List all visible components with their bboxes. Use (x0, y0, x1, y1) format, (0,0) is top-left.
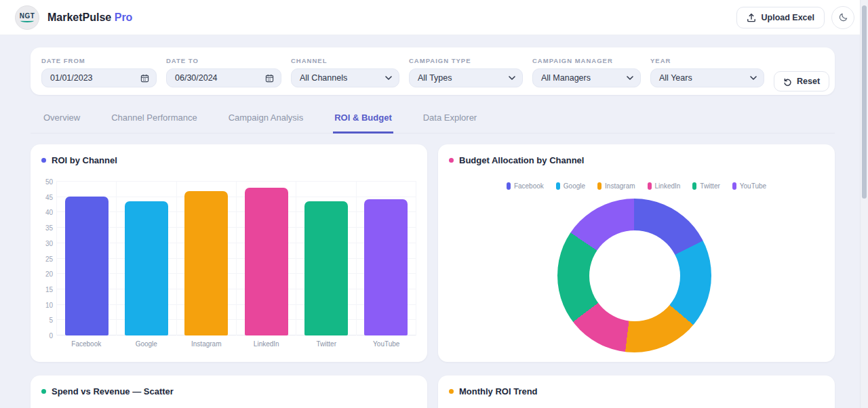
legend-item-twitter[interactable]: Twitter (692, 182, 719, 190)
bar-youtube[interactable] (364, 199, 408, 335)
scrollbar[interactable] (860, 0, 868, 408)
channel-value: All Channels (300, 73, 347, 83)
title-dot-icon (449, 158, 454, 163)
card-title-row: Spend vs Revenue — Scatter (41, 386, 416, 396)
bar-column (357, 182, 416, 335)
date-to-value: 06/30/2024 (175, 73, 218, 83)
y-tick-label: 45 (45, 193, 53, 201)
date-to-label: Date To (166, 57, 281, 64)
upload-excel-label: Upload Excel (762, 13, 815, 22)
campaign-manager-label: Campaign Manager (532, 57, 641, 64)
channel-label: Channel (291, 57, 399, 64)
filter-year: Year All Years (650, 57, 764, 87)
campaign-type-label: Campaign Type (409, 57, 523, 64)
bar-column (177, 182, 237, 335)
reset-filters-button[interactable]: Reset (774, 71, 829, 91)
bar-y-axis: 05101520253035404550 (31, 182, 53, 335)
y-tick-label: 10 (45, 301, 53, 308)
tab-overview[interactable]: Overview (42, 108, 81, 134)
legend-item-youtube[interactable]: YouTube (732, 182, 766, 190)
bar-column (117, 182, 176, 335)
tab-channel-performance[interactable]: Channel Performance (110, 108, 198, 134)
y-tick-label: 40 (45, 209, 53, 216)
channel-select[interactable]: All Channels (291, 68, 399, 87)
x-tick-label: LinkedIn (237, 340, 297, 348)
tab-bar: Overview Channel Performance Campaign An… (31, 108, 835, 134)
chevron-down-icon (627, 76, 633, 80)
year-value: All Years (659, 73, 692, 83)
campaign-type-value: All Types (418, 73, 452, 83)
legend-item-linkedin[interactable]: LinkedIn (648, 182, 681, 190)
year-label: Year (650, 57, 764, 64)
date-to-input[interactable]: 06/30/2024 (166, 68, 281, 87)
y-tick-label: 20 (45, 270, 53, 278)
reset-label: Reset (797, 77, 820, 86)
campaign-manager-value: All Managers (541, 73, 591, 83)
calendar-icon (265, 74, 274, 83)
tab-campaign-analysis[interactable]: Campaign Analysis (227, 108, 305, 134)
y-tick-label: 30 (45, 239, 53, 247)
legend-label: Twitter (700, 182, 719, 190)
chevron-down-icon (750, 76, 757, 80)
dark-mode-toggle[interactable] (831, 6, 854, 29)
year-select[interactable]: All Years (650, 68, 764, 87)
x-tick-label: Instagram (176, 340, 237, 348)
campaign-manager-select[interactable]: All Managers (532, 68, 641, 87)
spend-vs-revenue-card: Spend vs Revenue — Scatter (31, 375, 427, 408)
campaign-type-select[interactable]: All Types (409, 68, 523, 87)
filter-campaign-type: Campaign Type All Types (409, 57, 523, 87)
bottom-row: Spend vs Revenue — Scatter Monthly ROI T… (31, 375, 835, 408)
legend-label: Facebook (514, 182, 544, 190)
card-title-row: Budget Allocation by Channel (449, 155, 824, 165)
scrollbar-thumb[interactable] (862, 5, 867, 199)
bar-instagram[interactable] (184, 191, 228, 335)
bar-linkedin[interactable] (245, 188, 288, 335)
moon-icon (838, 12, 848, 22)
upload-excel-button[interactable]: Upload Excel (736, 7, 825, 28)
bar-twitter[interactable] (304, 201, 348, 335)
legend-marker-icon (556, 182, 560, 190)
date-from-input[interactable]: 01/01/2023 (41, 68, 157, 87)
y-tick-label: 50 (45, 178, 53, 186)
filter-date-to: Date To 06/30/2024 (166, 57, 281, 87)
bar-series (56, 182, 416, 335)
bar-facebook[interactable] (65, 197, 108, 335)
calendar-icon (140, 74, 149, 83)
reset-icon (783, 77, 792, 86)
filter-bar: Date From 01/01/2023 Date To 06/30/2024 (31, 47, 835, 95)
y-tick-label: 15 (45, 285, 53, 293)
title-dot-icon (41, 158, 46, 163)
legend-marker-icon (648, 182, 652, 190)
legend-label: Instagram (605, 182, 635, 190)
legend-item-instagram[interactable]: Instagram (597, 182, 635, 190)
budget-allocation-card: Budget Allocation by Channel FacebookGoo… (438, 144, 835, 362)
charts-row: ROI by Channel 05101520253035404550 Face… (31, 144, 835, 362)
bar-google[interactable] (125, 201, 168, 335)
chevron-down-icon (509, 76, 515, 80)
title-dot-icon (449, 389, 454, 394)
x-tick-label: Facebook (56, 340, 117, 348)
date-from-value: 01/01/2023 (50, 73, 93, 83)
app-title-accent: Pro (115, 12, 133, 23)
title-dot-icon (41, 389, 46, 394)
legend-item-google[interactable]: Google (556, 182, 585, 190)
app-header: NGT MarketPulse Pro Upload Excel (0, 0, 868, 35)
x-tick-label: Twitter (296, 340, 357, 348)
card-title-row: ROI by Channel (41, 155, 416, 165)
bar-plot (56, 182, 416, 335)
company-logo: NGT (15, 5, 39, 30)
upload-icon (747, 13, 756, 22)
legend-marker-icon (597, 182, 601, 190)
tab-data-explorer[interactable]: Data Explorer (422, 108, 478, 134)
tab-roi-budget[interactable]: ROI & Budget (333, 108, 393, 134)
chevron-down-icon (385, 76, 392, 80)
monthly-roi-trend-card: Monthly ROI Trend (438, 375, 835, 408)
brand: NGT MarketPulse Pro (15, 5, 132, 30)
app-title-main: MarketPulse (47, 12, 111, 23)
legend-marker-icon (692, 182, 696, 190)
filter-campaign-manager: Campaign Manager All Managers (532, 57, 641, 87)
bar-column (237, 182, 296, 335)
legend-item-facebook[interactable]: Facebook (507, 182, 544, 190)
y-tick-label: 35 (45, 224, 53, 232)
card-title-row: Monthly ROI Trend (449, 386, 824, 396)
